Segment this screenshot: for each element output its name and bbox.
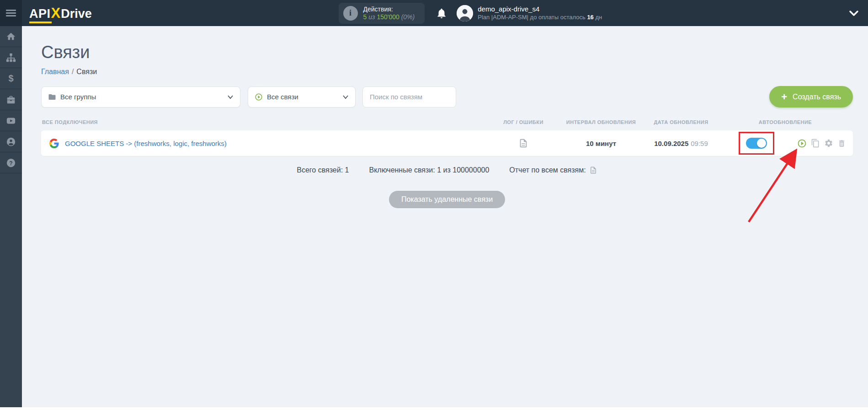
col-autoupdate: АВТООБНОВЛЕНИЕ xyxy=(718,119,853,125)
col-interval: ИНТЕРВАЛ ОБНОВЛЕНИЯ xyxy=(558,119,644,125)
actions-counter-badge[interactable]: i Действия: 5 из 150'000 (0%) xyxy=(339,3,425,24)
user-menu[interactable]: demo_apix-drive_s4 Plan |ADM-AP-SM| до о… xyxy=(457,5,602,22)
toggle-knob xyxy=(757,139,766,148)
run-now-play-icon[interactable] xyxy=(797,139,807,148)
links-filter-dropdown[interactable]: Все связи xyxy=(248,86,356,108)
logo-api: API xyxy=(29,7,51,21)
play-circle-icon xyxy=(255,93,263,101)
plus-icon: + xyxy=(781,92,787,102)
chevron-down-icon xyxy=(227,95,234,99)
col-log: ЛОГ / ОШИБКИ xyxy=(489,119,558,125)
update-date: 10.09.2025 xyxy=(654,140,688,147)
update-interval: 10 минут xyxy=(558,140,644,147)
info-icon: i xyxy=(343,6,358,21)
bottom-strip xyxy=(0,407,868,415)
update-time: 09:59 xyxy=(691,140,708,147)
trash-icon[interactable] xyxy=(837,139,846,148)
log-document-icon[interactable] xyxy=(518,138,528,148)
sidebar-item-billing[interactable]: $ xyxy=(0,68,22,89)
sidebar: $ ? xyxy=(0,26,22,407)
sidebar-item-account[interactable] xyxy=(0,131,22,152)
groups-filter-value: Все группы xyxy=(60,93,227,101)
days-left: 16 xyxy=(587,14,593,21)
actions-label: Действия: xyxy=(363,5,415,13)
chevron-down-icon xyxy=(342,95,349,99)
sidebar-item-home[interactable] xyxy=(0,26,22,47)
sidebar-item-connections[interactable] xyxy=(0,47,22,68)
filter-bar: Все группы Все связи + Создать связь xyxy=(41,86,853,108)
col-date: ДАТА ОБНОВЛЕНИЯ xyxy=(644,119,718,125)
total-links: Всего связей: 1 xyxy=(297,166,349,174)
home-icon xyxy=(6,32,16,42)
logo-drive: Drive xyxy=(61,7,92,21)
links-summary: Всего связей: 1 Включенные связи: 1 из 1… xyxy=(41,166,853,174)
dollar-icon: $ xyxy=(8,73,13,84)
show-deleted-links-button[interactable]: Показать удаленные связи xyxy=(389,191,505,208)
enabled-links: Включенные связи: 1 из 100000000 xyxy=(369,166,489,174)
create-link-button[interactable]: + Создать связь xyxy=(769,86,853,108)
search-input[interactable] xyxy=(362,86,456,108)
report-label: Отчет по всем связям: xyxy=(509,166,586,174)
youtube-icon xyxy=(6,116,16,126)
red-annotation-arrow xyxy=(743,146,803,230)
briefcase-icon xyxy=(6,95,16,104)
table-row: GOOGLE SHEETS -> (freshworks, logic, fre… xyxy=(41,130,853,156)
page-title: Связи xyxy=(41,43,853,62)
links-filter-value: Все связи xyxy=(267,93,342,101)
red-highlight-box xyxy=(739,132,774,155)
actions-count: 5 из 150'000 (0%) xyxy=(363,13,415,21)
sidebar-item-help[interactable]: ? xyxy=(0,152,22,173)
main-content: Связи Главная/Связи Все группы Все связи… xyxy=(22,26,868,407)
sidebar-item-services[interactable] xyxy=(0,89,22,110)
table-header: ВСЕ ПОДКЛЮЧЕНИЯ ЛОГ / ОШИБКИ ИНТЕРВАЛ ОБ… xyxy=(41,119,853,125)
folder-icon xyxy=(48,93,56,101)
avatar xyxy=(457,5,473,22)
apixdrive-logo[interactable]: API X Drive xyxy=(29,5,92,22)
gear-icon[interactable] xyxy=(824,139,833,148)
col-connections: ВСЕ ПОДКЛЮЧЕНИЯ xyxy=(41,119,489,125)
topbar: API X Drive i Действия: 5 из 150'000 (0%… xyxy=(0,0,868,26)
autoupdate-toggle[interactable] xyxy=(746,138,767,149)
connection-link[interactable]: GOOGLE SHEETS -> (freshworks, logic, fre… xyxy=(65,140,227,147)
user-plan: Plan |ADM-AP-SM| до оплаты осталось 16 д… xyxy=(478,13,602,22)
hamburger-icon xyxy=(6,8,16,18)
groups-filter-dropdown[interactable]: Все группы xyxy=(41,86,240,108)
topbar-chevron-down-icon[interactable] xyxy=(849,10,859,16)
question-icon: ? xyxy=(6,158,16,168)
breadcrumb: Главная/Связи xyxy=(41,68,853,76)
breadcrumb-home-link[interactable]: Главная xyxy=(41,68,69,75)
google-icon xyxy=(49,139,59,148)
username: demo_apix-drive_s4 xyxy=(478,5,602,13)
sitemap-icon xyxy=(6,53,16,63)
report-document-icon[interactable] xyxy=(589,166,597,174)
sidebar-item-videos[interactable] xyxy=(0,110,22,131)
person-icon xyxy=(6,137,16,147)
svg-text:?: ? xyxy=(9,160,12,166)
breadcrumb-current: Связи xyxy=(76,68,97,75)
hamburger-menu-button[interactable] xyxy=(0,0,22,26)
logo-x: X xyxy=(51,5,61,22)
notifications-bell-icon[interactable] xyxy=(436,7,447,19)
copy-icon[interactable] xyxy=(811,139,820,148)
